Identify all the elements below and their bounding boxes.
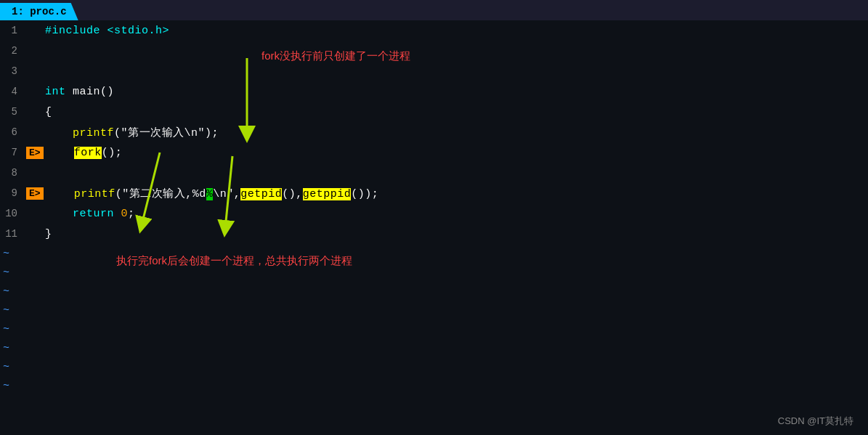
line-content-4: int main() [45, 86, 114, 98]
line-num-1: 1 [0, 25, 26, 36]
watermark-text: CSDN @IT莫扎特 [778, 415, 853, 426]
line-num-11: 11 [0, 228, 26, 240]
line-content-7: fork(); [46, 147, 123, 159]
code-line-8: 8 [0, 163, 868, 183]
line-content-6: printf("第一次输入\n"); [45, 126, 219, 139]
code-line-6: 6 printf("第一次输入\n"); [0, 122, 868, 142]
watermark: CSDN @IT莫扎特 [778, 415, 853, 428]
tab-bar: 1: proc.c [0, 0, 868, 20]
line-num-2: 2 [0, 45, 26, 57]
line-content-10: return 0; [45, 208, 135, 220]
tilde-line-4: ~ [0, 301, 868, 320]
code-line-9: 9 E> printf("第二次输入,%d%\n",getpid(),getpp… [0, 183, 868, 203]
line-num-5: 5 [0, 106, 26, 118]
code-line-3: 3 [0, 61, 868, 81]
e-marker-7: E> [26, 147, 44, 159]
file-tab[interactable]: 1: proc.c [0, 3, 78, 20]
line-content-9: printf("第二次输入,%d%\n",getpid(),getppid())… [46, 187, 379, 200]
tilde-line-3: ~ [0, 282, 868, 301]
line-content-5: { [45, 106, 52, 118]
line-content-1: #include <stdio.h> [45, 25, 169, 37]
line-num-4: 4 [0, 86, 26, 97]
code-line-4: 4 int main() [0, 81, 868, 102]
tab-filename: proc.c [30, 6, 66, 17]
tab-number: 1 [12, 6, 17, 17]
line-content-11: } [45, 228, 52, 240]
code-line-1: 1 #include <stdio.h> [0, 20, 868, 41]
tilde-line-5: ~ [0, 320, 868, 338]
line-num-8: 8 [0, 167, 26, 179]
code-area: 1 #include <stdio.h> 2 3 4 int main() 5 … [0, 20, 868, 395]
annotation-top: fork没执行前只创建了一个进程 [261, 49, 410, 63]
line-num-10: 10 [0, 208, 26, 219]
tilde-line-7: ~ [0, 357, 868, 376]
line-num-3: 3 [0, 65, 26, 77]
line-num-7: 7 [0, 147, 26, 158]
code-line-10: 10 return 0; [0, 203, 868, 224]
line-num-9: 9 [0, 187, 26, 199]
e-marker-9: E> [26, 187, 44, 200]
tilde-line-8: ~ [0, 376, 868, 395]
line-num-6: 6 [0, 126, 26, 138]
annotation-top-text: fork没执行前只创建了一个进程 [261, 49, 410, 62]
annotation-bottom: 执行完fork后会创建一个进程，总共执行两个进程 [116, 254, 352, 268]
code-line-2: 2 [0, 41, 868, 61]
code-line-5: 5 { [0, 102, 868, 122]
annotation-bottom-text: 执行完fork后会创建一个进程，总共执行两个进程 [116, 254, 352, 267]
editor-container: 1: proc.c 1 #include <stdio.h> 2 3 4 int… [0, 0, 868, 435]
tilde-line-6: ~ [0, 338, 868, 357]
code-line-11: 11 } [0, 224, 868, 244]
code-line-7: 7 E> fork(); [0, 142, 868, 163]
